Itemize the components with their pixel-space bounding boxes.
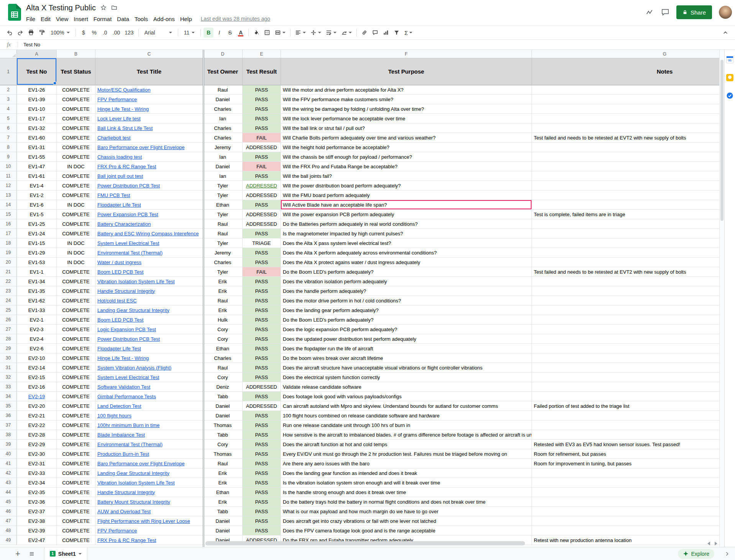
cell-test-status[interactable]: COMPLETE xyxy=(57,143,95,152)
cell-notes[interactable]: Test failed and needs to be retested at … xyxy=(532,133,719,143)
cell-test-title[interactable]: 100 flight hours xyxy=(95,411,203,420)
cell-test-purpose[interactable]: Will the lock lever performance be accep… xyxy=(281,114,532,123)
cell-notes[interactable] xyxy=(532,363,719,373)
test-result-link[interactable]: ADDRESSED xyxy=(246,183,277,189)
cell-test-purpose[interactable]: How senstive is the aircraft to imbalanc… xyxy=(281,430,532,440)
menu-tools[interactable]: Tools xyxy=(132,15,151,23)
cell-notes[interactable] xyxy=(532,104,719,114)
menu-insert[interactable]: Insert xyxy=(71,15,91,23)
cell-notes[interactable]: Test is complete, failed items are in tr… xyxy=(532,210,719,219)
cell-test-owner[interactable]: Erik xyxy=(203,286,243,296)
cell-test-purpose[interactable]: Does the electrical system function corr… xyxy=(281,373,532,382)
avatar[interactable] xyxy=(719,6,732,19)
cell-test-no[interactable]: EV1-34 xyxy=(17,277,57,286)
cell-test-purpose[interactable]: Does the logic expansion PCB perform ade… xyxy=(281,325,532,334)
cell-test-result[interactable]: PASS xyxy=(243,248,281,258)
cell-test-owner[interactable]: Charles xyxy=(203,258,243,267)
cell-test-owner[interactable]: Cory xyxy=(203,325,243,334)
cell-test-no[interactable]: EV2-47 xyxy=(17,535,57,545)
cell-test-no[interactable]: EV2-4 xyxy=(17,334,57,344)
cell-test-owner[interactable]: Ian xyxy=(203,152,243,162)
cell-test-status[interactable]: COMPLETE xyxy=(57,286,95,296)
test-title-link[interactable]: Software Validation Test xyxy=(97,384,150,390)
cell-test-purpose[interactable]: Will the FPV performance make customers … xyxy=(281,95,532,104)
cell-test-no[interactable]: EV1-33 xyxy=(17,305,57,315)
cell-notes[interactable] xyxy=(532,286,719,296)
test-title-link[interactable]: Vibration Isolation System Life Test xyxy=(97,480,175,486)
cell-test-status[interactable]: COMPLETE xyxy=(57,411,95,420)
fill-color-button[interactable] xyxy=(251,28,261,38)
side-panel-toggle[interactable] xyxy=(724,551,730,557)
format-currency-button[interactable]: $ xyxy=(79,28,89,38)
row-number[interactable]: 6 xyxy=(0,123,17,133)
cell-test-result[interactable]: PASS xyxy=(243,516,281,526)
cell-test-status[interactable]: IN DOC xyxy=(57,238,95,248)
menu-edit[interactable]: Edit xyxy=(38,15,53,23)
test-title-link[interactable]: Flopdapter Life Test xyxy=(97,346,141,351)
row-number[interactable]: 13 xyxy=(0,190,17,200)
test-title-link[interactable]: Gimbal Performance Tests xyxy=(97,394,156,399)
frozen-pane-divider[interactable] xyxy=(203,50,204,547)
cell-test-purpose[interactable]: Will the chassis be stiff enough for pay… xyxy=(281,152,532,162)
cell-test-status[interactable]: COMPLETE xyxy=(57,277,95,286)
cell-test-no[interactable]: EV1-35 xyxy=(17,286,57,296)
activity-history-icon[interactable] xyxy=(646,8,654,16)
cell-test-purpose[interactable]: Does the handle perform adequately? xyxy=(281,286,532,296)
test-title-link[interactable]: Battery and ESC Wiring Compass Interefen… xyxy=(97,231,199,236)
merge-cells-button[interactable] xyxy=(273,28,287,38)
cell-test-no[interactable]: EV1-39 xyxy=(17,95,57,104)
test-title-link[interactable]: FRX Pro & RC Range Test xyxy=(97,537,156,543)
cell-test-title[interactable]: FRX Pro & RC Range Test xyxy=(95,162,203,171)
cell-test-title[interactable]: Vibration Isolation System Life Test xyxy=(95,478,203,488)
keep-icon[interactable] xyxy=(726,74,733,81)
cell-test-purpose[interactable]: Will the FRX Pro and Futaba Range be acc… xyxy=(281,162,532,171)
cell-test-purpose[interactable]: Does the flopdapter run the life of airc… xyxy=(281,344,532,353)
cell-notes[interactable] xyxy=(532,85,719,95)
cell-test-status[interactable]: COMPLETE xyxy=(57,133,95,143)
cell-test-title[interactable]: Baro Performance over Flight Envelope xyxy=(95,143,203,152)
cell-test-result[interactable]: PASS xyxy=(243,325,281,334)
test-title-link[interactable]: FRX Pro & RC Range Test xyxy=(97,164,156,169)
functions-button[interactable]: Σ xyxy=(402,28,414,38)
cell-test-purpose[interactable]: Does the Alta X protect agains water / d… xyxy=(281,258,532,267)
row-number[interactable]: 32 xyxy=(0,373,17,382)
column-header-G[interactable]: G xyxy=(532,50,719,58)
row-number[interactable]: 44 xyxy=(0,488,17,497)
redo-button[interactable] xyxy=(15,28,25,38)
row-number[interactable]: 2 xyxy=(0,85,17,95)
cell-test-owner[interactable]: Deniz xyxy=(203,382,243,392)
cell-test-no[interactable]: EV2-10 xyxy=(17,353,57,363)
row-number[interactable]: 30 xyxy=(0,353,17,363)
menu-format[interactable]: Format xyxy=(91,15,115,23)
cell-test-result[interactable]: PASS xyxy=(243,296,281,305)
test-title-link[interactable]: Ball joint pull out test xyxy=(97,173,143,179)
formula-input[interactable]: Test No xyxy=(23,42,40,48)
cell-test-owner[interactable]: Tyler xyxy=(203,267,243,277)
cell-test-purpose[interactable]: Will the wiring be damaged by folding / … xyxy=(281,104,532,114)
cell-test-title[interactable]: Battery and ESC Wiring Compass Interefen… xyxy=(95,229,203,238)
cell-test-result[interactable]: PASS xyxy=(243,373,281,382)
horizontal-scrollbar[interactable] xyxy=(205,541,699,546)
cell-test-title[interactable]: Boom LED PCB Test xyxy=(95,315,203,325)
cell-test-title[interactable]: System Level Electrical Test xyxy=(95,238,203,248)
cell-test-title[interactable]: Vibration Isolation System Life Test xyxy=(95,277,203,286)
column-header-F[interactable]: F xyxy=(281,50,532,58)
cell-notes[interactable] xyxy=(532,488,719,497)
text-wrap-button[interactable] xyxy=(324,28,338,38)
cell-notes[interactable] xyxy=(532,258,719,267)
row-number[interactable]: 23 xyxy=(0,286,17,296)
cell-notes[interactable] xyxy=(532,478,719,488)
cell-test-status[interactable]: COMPLETE xyxy=(57,334,95,344)
cell-test-owner[interactable]: Ethan xyxy=(203,344,243,353)
cell-test-owner[interactable]: Ethan xyxy=(203,200,243,210)
cell-test-result[interactable]: PASS xyxy=(243,459,281,468)
cell-test-result[interactable]: PASS xyxy=(243,95,281,104)
cell-notes[interactable] xyxy=(532,200,719,210)
test-title-link[interactable]: Vibration Isolation System Life Test xyxy=(97,279,175,284)
cell-test-result[interactable]: PASS xyxy=(243,305,281,315)
cell-test-no[interactable]: EV2-22 xyxy=(17,420,57,430)
cell-test-owner[interactable]: Charles xyxy=(203,353,243,363)
row-number[interactable]: 29 xyxy=(0,344,17,353)
last-edit-link[interactable]: Last edit was 28 minutes ago xyxy=(201,16,270,22)
cell-test-status[interactable]: COMPLETE xyxy=(57,526,95,535)
